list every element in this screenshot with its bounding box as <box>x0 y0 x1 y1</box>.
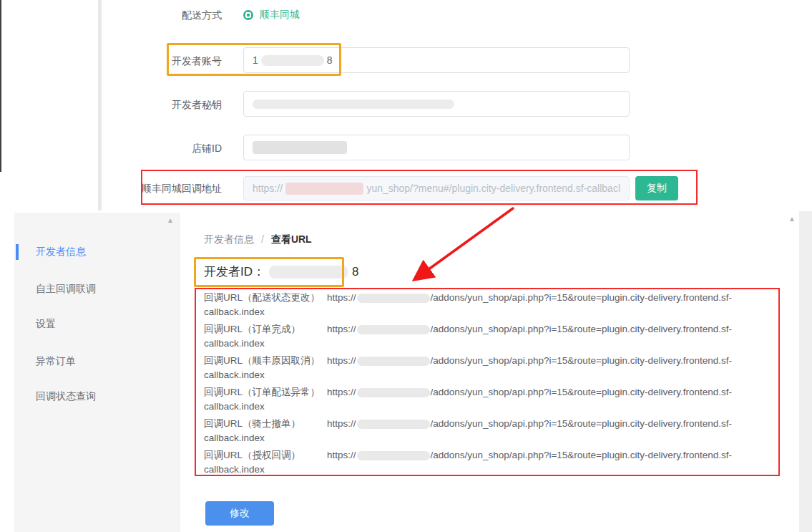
callback-url-row-label: 回调URL（订单配送异常） <box>204 385 327 400</box>
callback-url-list: 回调URL（配送状态更改）https:///addons/yun_shop/ap… <box>204 291 773 480</box>
url-wrap-line: callback.index <box>204 401 265 412</box>
window-edge-line <box>0 0 1 172</box>
sf-callback-address-label: 顺丰同城回调地址 <box>79 183 222 195</box>
url-suffix: /addons/yun_shop/api.php?i=15&route=plug… <box>431 387 733 397</box>
callback-url-row: 回调URL（订单完成）https:///addons/yun_shop/api.… <box>204 322 773 351</box>
url-suffix: /addons/yun_shop/api.php?i=15&route=plug… <box>431 324 733 334</box>
red-arrow-down-left <box>401 200 529 290</box>
callback-url-prefix: https:// <box>253 183 283 194</box>
sidebar-item-settings[interactable]: 设置 <box>36 318 56 331</box>
callback-url-visible: yun_shop/?menu#/plugin.city-delivery.fro… <box>366 183 620 194</box>
delivery-option-sf-city[interactable]: 顺丰同城 <box>260 9 300 21</box>
callback-url-row-label: 回调URL（授权回调） <box>204 448 327 463</box>
url-scheme: https:// <box>327 324 356 334</box>
url-suffix: /addons/yun_shop/api.php?i=15&route=plug… <box>431 450 733 460</box>
redacted-blob <box>269 266 348 279</box>
scroll-up-icon[interactable]: ▲ <box>788 216 796 223</box>
redacted-blob <box>253 100 454 109</box>
url-suffix: /addons/yun_shop/api.php?i=15&route=plug… <box>431 292 733 303</box>
redacted-blob <box>253 141 347 154</box>
sidebar: ▲ 开发者信息 自主回调联调 设置 异常订单 回调状态查询 <box>14 213 180 532</box>
url-wrap-line: callback.index <box>204 338 265 349</box>
sf-callback-address-input[interactable]: https:// yun_shop/?menu#/plugin.city-del… <box>243 176 630 200</box>
right-scrollbar-track[interactable] <box>799 211 812 532</box>
redacted-blob <box>357 325 430 334</box>
url-suffix: /addons/yun_shop/api.php?i=15&route=plug… <box>431 418 733 429</box>
delivery-method-label: 配送方式 <box>79 9 222 22</box>
developer-account-label: 开发者账号 <box>79 55 222 68</box>
redacted-blob <box>357 357 430 366</box>
breadcrumb: 开发者信息 / 查看URL <box>204 233 312 246</box>
redacted-blob <box>357 451 430 460</box>
url-scheme: https:// <box>327 292 356 303</box>
breadcrumb-separator: / <box>261 233 264 246</box>
page: 配送方式 顺丰同城 开发者账号 1 8 开发者秘钥 店铺ID 顺丰同城回调地址 … <box>0 0 812 532</box>
callback-url-row-label: 回调URL（骑士撤单） <box>204 417 327 431</box>
callback-url-row-label: 回调URL（顺丰原因取消） <box>204 354 327 368</box>
scroll-up-icon[interactable]: ▲ <box>167 217 174 224</box>
url-wrap-line: callback.index <box>204 369 265 380</box>
radio-selected-icon[interactable] <box>243 10 253 20</box>
redacted-blob <box>261 55 324 66</box>
url-scheme: https:// <box>327 418 356 429</box>
url-scheme: https:// <box>327 387 356 397</box>
developer-id-value-end: 8 <box>352 265 358 279</box>
redacted-blob <box>357 388 430 397</box>
developer-id-label: 开发者ID： <box>204 263 265 280</box>
sidebar-item-callback-status-query[interactable]: 回调状态查询 <box>36 390 96 403</box>
redacted-blob <box>285 183 363 195</box>
modify-button[interactable]: 修改 <box>205 501 274 526</box>
shop-id-label: 店铺ID <box>79 142 222 155</box>
developer-account-value-start: 1 <box>253 54 258 66</box>
developer-account-input[interactable]: 1 8 <box>243 47 630 73</box>
url-suffix: /addons/yun_shop/api.php?i=15&route=plug… <box>431 355 733 366</box>
url-wrap-line: callback.index <box>204 306 265 317</box>
redacted-blob <box>357 294 430 303</box>
copy-button[interactable]: 复制 <box>635 176 678 200</box>
developer-id-line: 开发者ID： 8 <box>204 263 358 280</box>
callback-url-row: 回调URL（订单配送异常）https:///addons/yun_shop/ap… <box>204 385 773 414</box>
sidebar-item-self-callback-debug[interactable]: 自主回调联调 <box>36 283 96 296</box>
url-wrap-line: callback.index <box>204 464 265 475</box>
url-wrap-line: callback.index <box>204 432 265 443</box>
shop-id-input[interactable] <box>243 135 630 160</box>
callback-url-row: 回调URL（骑士撤单）https:///addons/yun_shop/api.… <box>204 417 773 445</box>
callback-url-row-label: 回调URL（配送状态更改） <box>204 291 327 305</box>
callback-url-row-label: 回调URL（订单完成） <box>204 322 327 337</box>
redacted-blob <box>357 420 430 429</box>
sidebar-item-abnormal-orders[interactable]: 异常订单 <box>36 355 76 368</box>
developer-account-value-end: 8 <box>327 54 333 66</box>
callback-url-row: 回调URL（配送状态更改）https:///addons/yun_shop/ap… <box>204 291 773 319</box>
developer-secret-label: 开发者秘钥 <box>79 99 222 112</box>
breadcrumb-developer-info[interactable]: 开发者信息 <box>204 233 254 246</box>
sidebar-item-developer-info[interactable]: 开发者信息 <box>36 246 86 258</box>
url-scheme: https:// <box>327 355 356 366</box>
developer-secret-input[interactable] <box>243 91 630 117</box>
url-scheme: https:// <box>327 450 356 460</box>
callback-url-row: 回调URL（授权回调）https:///addons/yun_shop/api.… <box>204 448 773 477</box>
sidebar-active-indicator <box>16 244 19 260</box>
callback-url-row: 回调URL（顺丰原因取消）https:///addons/yun_shop/ap… <box>204 354 773 382</box>
breadcrumb-view-url: 查看URL <box>271 233 312 246</box>
